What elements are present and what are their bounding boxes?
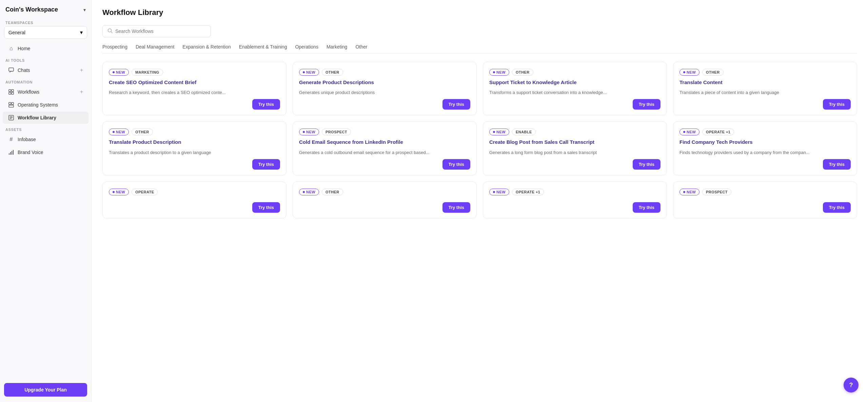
- card-title: Cold Email Sequence from LinkedIn Profil…: [299, 139, 470, 146]
- main-content: Workflow Library ProspectingDeal Managem…: [92, 0, 868, 402]
- new-badge: NEW: [299, 189, 319, 195]
- sidebar-item-workflow-library-label: Workflow Library: [18, 115, 56, 120]
- sidebar-item-chats[interactable]: Chats +: [3, 64, 88, 76]
- try-this-button[interactable]: Try this: [633, 202, 660, 213]
- svg-rect-13: [10, 152, 11, 155]
- upgrade-plan-button[interactable]: Upgrade Your Plan: [4, 383, 87, 397]
- filter-tabs: ProspectingDeal ManagementExpansion & Re…: [102, 44, 857, 54]
- workflow-card: NEWOPERATE +1Try this: [483, 181, 667, 218]
- cards-grid: NEWMARKETINGCreate SEO Optimized Content…: [102, 62, 857, 219]
- help-button[interactable]: ?: [844, 378, 859, 393]
- svg-rect-2: [12, 90, 14, 92]
- svg-rect-14: [12, 151, 12, 155]
- card-badges: NEWMARKETING: [109, 69, 280, 76]
- new-badge: NEW: [679, 129, 699, 135]
- new-badge: NEW: [679, 69, 699, 76]
- svg-rect-4: [12, 92, 14, 94]
- card-title: Translate Product Description: [109, 139, 280, 146]
- workflow-card: NEWMARKETINGCreate SEO Optimized Content…: [102, 62, 287, 116]
- workflow-card: NEWPROSPECTCold Email Sequence from Link…: [293, 121, 477, 175]
- filter-tab-expansion--retention[interactable]: Expansion & Retention: [182, 44, 231, 54]
- sidebar-item-infobase-label: Infobase: [18, 137, 36, 142]
- try-this-button[interactable]: Try this: [633, 159, 660, 170]
- new-badge: NEW: [489, 189, 509, 195]
- new-badge: NEW: [489, 69, 509, 76]
- home-icon: ⌂: [8, 45, 14, 52]
- category-badge: OTHER: [132, 129, 153, 135]
- try-this-button[interactable]: Try this: [252, 202, 280, 213]
- try-this-button[interactable]: Try this: [252, 159, 280, 170]
- teamspace-selector[interactable]: General ▾: [4, 26, 87, 39]
- chats-add-icon[interactable]: +: [80, 67, 83, 73]
- card-badges: NEWOTHER: [299, 69, 470, 76]
- search-icon: [107, 28, 113, 34]
- teamspace-chevron-icon: ▾: [80, 29, 83, 36]
- svg-rect-3: [9, 92, 11, 94]
- sidebar-item-home-label: Home: [18, 46, 30, 51]
- category-badge: OTHER: [322, 189, 343, 195]
- workflows-icon: [8, 89, 14, 95]
- workflow-card: NEWOTHERTranslate ContentTranslates a pi…: [673, 62, 857, 116]
- card-description: Generates a cold outbound email sequence…: [299, 149, 470, 156]
- try-this-button[interactable]: Try this: [252, 99, 280, 110]
- sidebar-item-operating-systems[interactable]: Operating Systems: [3, 99, 88, 111]
- new-badge: NEW: [109, 129, 129, 135]
- svg-rect-15: [13, 150, 14, 155]
- card-title: Create SEO Optimized Content Brief: [109, 79, 280, 86]
- category-badge: OPERATE: [132, 189, 158, 195]
- search-bar: [102, 25, 211, 37]
- workflow-card: NEWOPERATE +1Find Company Tech Providers…: [673, 121, 857, 175]
- chats-icon: [8, 67, 14, 73]
- try-this-button[interactable]: Try this: [442, 99, 470, 110]
- card-description: Generates unique product descriptions: [299, 89, 470, 96]
- filter-tab-deal-management[interactable]: Deal Management: [136, 44, 174, 54]
- workflow-library-icon: [8, 115, 14, 121]
- card-badges: NEWENABLE: [489, 129, 660, 135]
- filter-tab-marketing[interactable]: Marketing: [327, 44, 347, 54]
- try-this-button[interactable]: Try this: [633, 99, 660, 110]
- card-badges: NEWOPERATE +1: [489, 189, 660, 195]
- svg-rect-5: [9, 102, 11, 104]
- try-this-button[interactable]: Try this: [823, 202, 851, 213]
- automation-label: Automation: [0, 77, 91, 85]
- sidebar-item-workflow-library[interactable]: Workflow Library: [3, 112, 88, 124]
- new-badge: NEW: [679, 189, 699, 195]
- sidebar-item-infobase[interactable]: # Infobase: [3, 133, 88, 146]
- category-badge: PROSPECT: [702, 189, 731, 195]
- card-badges: NEWOPERATE: [109, 189, 280, 195]
- try-this-button[interactable]: Try this: [823, 99, 851, 110]
- sidebar-item-brand-voice[interactable]: Brand Voice: [3, 146, 88, 158]
- try-this-button[interactable]: Try this: [823, 159, 851, 170]
- svg-rect-6: [12, 102, 14, 104]
- workflow-card: NEWENABLECreate Blog Post from Sales Cal…: [483, 121, 667, 175]
- sidebar-item-home[interactable]: ⌂ Home: [3, 42, 88, 55]
- workflows-add-icon[interactable]: +: [80, 89, 83, 95]
- category-badge: OTHER: [322, 69, 343, 76]
- category-badge: OTHER: [512, 69, 533, 76]
- new-badge: NEW: [299, 129, 319, 135]
- card-badges: NEWPROSPECT: [679, 189, 851, 195]
- new-badge: NEW: [489, 129, 509, 135]
- svg-rect-0: [9, 68, 14, 71]
- sidebar-item-brand-voice-label: Brand Voice: [18, 150, 43, 155]
- workflow-card: NEWOTHERTry this: [293, 181, 477, 218]
- sidebar-item-workflows[interactable]: Workflows +: [3, 86, 88, 98]
- filter-tab-other[interactable]: Other: [355, 44, 367, 54]
- workspace-selector[interactable]: Coin's Workspace ▾: [0, 0, 91, 17]
- search-input[interactable]: [115, 28, 206, 34]
- try-this-button[interactable]: Try this: [442, 202, 470, 213]
- card-title: Create Blog Post from Sales Call Transcr…: [489, 139, 660, 146]
- filter-tab-operations[interactable]: Operations: [295, 44, 318, 54]
- filter-tab-prospecting[interactable]: Prospecting: [102, 44, 127, 54]
- brand-voice-icon: [8, 149, 14, 155]
- workflow-card: NEWOTHERGenerate Product DescriptionsGen…: [293, 62, 477, 116]
- filter-tab-enablement--training[interactable]: Enablement & Training: [239, 44, 287, 54]
- card-description: Finds technology providers used by a com…: [679, 149, 851, 156]
- svg-line-17: [111, 32, 113, 33]
- sidebar: Coin's Workspace ▾ Teamspaces General ▾ …: [0, 0, 92, 402]
- card-description: Research a keyword, then creates a SEO o…: [109, 89, 280, 96]
- category-badge: OPERATE +1: [702, 129, 734, 135]
- workflow-card: NEWOTHERTranslate Product DescriptionTra…: [102, 121, 287, 175]
- try-this-button[interactable]: Try this: [442, 159, 470, 170]
- category-badge: PROSPECT: [322, 129, 351, 135]
